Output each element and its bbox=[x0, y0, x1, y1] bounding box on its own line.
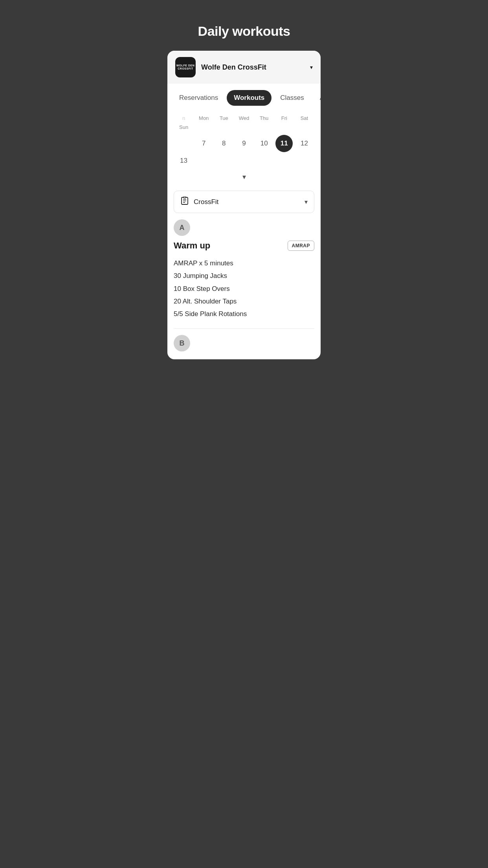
day-header-mon: Mon bbox=[194, 114, 214, 123]
day-7[interactable]: 7 bbox=[194, 135, 214, 152]
day-header-sat: Sat bbox=[294, 114, 314, 123]
exercise-line-1: AMRAP x 5 minutes bbox=[174, 257, 314, 270]
exercise-line-3: 10 Box Step Overs bbox=[174, 283, 314, 295]
day-9[interactable]: 9 bbox=[234, 135, 254, 152]
tab-reservations[interactable]: Reservations bbox=[172, 90, 225, 106]
tab-ap[interactable]: Ap bbox=[313, 90, 321, 106]
day-8[interactable]: 8 bbox=[214, 135, 234, 152]
day-headers: n Mon Tue Wed Thu Fri Sat Sun bbox=[174, 114, 314, 132]
day-10[interactable]: 10 bbox=[254, 135, 274, 152]
tab-bar: Reservations Workouts Classes Ap bbox=[167, 84, 321, 109]
category-dropdown[interactable]: CrossFit ▾ bbox=[174, 191, 314, 213]
workout-section: A Warm up AMRAP AMRAP x 5 minutes 30 Jum… bbox=[167, 219, 321, 351]
gym-logo: WOLFE DENCROSSFIT bbox=[175, 57, 196, 77]
category-icon bbox=[180, 197, 189, 207]
exercise-line-2: 30 Jumping Jacks bbox=[174, 270, 314, 282]
day-11[interactable]: 11 bbox=[275, 135, 293, 152]
gym-logo-text: WOLFE DENCROSSFIT bbox=[176, 64, 195, 71]
day-numbers: 7 8 9 10 11 12 13 bbox=[174, 135, 314, 169]
day-header-fri: Fri bbox=[274, 114, 294, 123]
category-name: CrossFit bbox=[194, 198, 300, 206]
day-header-thu: Thu bbox=[254, 114, 274, 123]
section-avatar-b: B bbox=[174, 335, 190, 351]
section-divider bbox=[174, 328, 314, 329]
day-header-sun: Sun bbox=[174, 123, 194, 132]
workout-badge: AMRAP bbox=[288, 241, 315, 251]
day-empty bbox=[174, 135, 194, 152]
workout-title: Warm up bbox=[174, 241, 210, 251]
svg-rect-4 bbox=[183, 197, 186, 198]
exercise-line-4: 20 Alt. Shoulder Taps bbox=[174, 295, 314, 308]
day-header-n: n bbox=[174, 114, 194, 123]
workout-content: AMRAP x 5 minutes 30 Jumping Jacks 10 Bo… bbox=[174, 257, 314, 320]
category-chevron-icon: ▾ bbox=[305, 198, 308, 206]
screen: Daily workouts WOLFE DENCROSSFIT Wolfe D… bbox=[163, 0, 325, 359]
tab-classes[interactable]: Classes bbox=[273, 90, 311, 106]
section-avatar-a: A bbox=[174, 219, 190, 236]
tab-workouts[interactable]: Workouts bbox=[227, 90, 272, 106]
gym-dropdown-chevron[interactable]: ▾ bbox=[310, 64, 313, 70]
gym-name: Wolfe Den CrossFit bbox=[201, 63, 305, 72]
gym-header: WOLFE DENCROSSFIT Wolfe Den CrossFit ▾ bbox=[167, 51, 321, 84]
calendar-expand-button[interactable]: ▾ bbox=[174, 169, 314, 186]
day-header-wed: Wed bbox=[234, 114, 254, 123]
day-12[interactable]: 12 bbox=[294, 135, 314, 152]
day-header-tue: Tue bbox=[214, 114, 234, 123]
page-title: Daily workouts bbox=[163, 0, 325, 51]
day-13[interactable]: 13 bbox=[174, 152, 194, 169]
workout-header: Warm up AMRAP bbox=[174, 241, 314, 251]
exercise-line-5: 5/5 Side Plank Rotations bbox=[174, 308, 314, 320]
calendar: n Mon Tue Wed Thu Fri Sat Sun 7 8 9 10 1… bbox=[167, 109, 321, 188]
main-card: WOLFE DENCROSSFIT Wolfe Den CrossFit ▾ R… bbox=[167, 51, 321, 359]
